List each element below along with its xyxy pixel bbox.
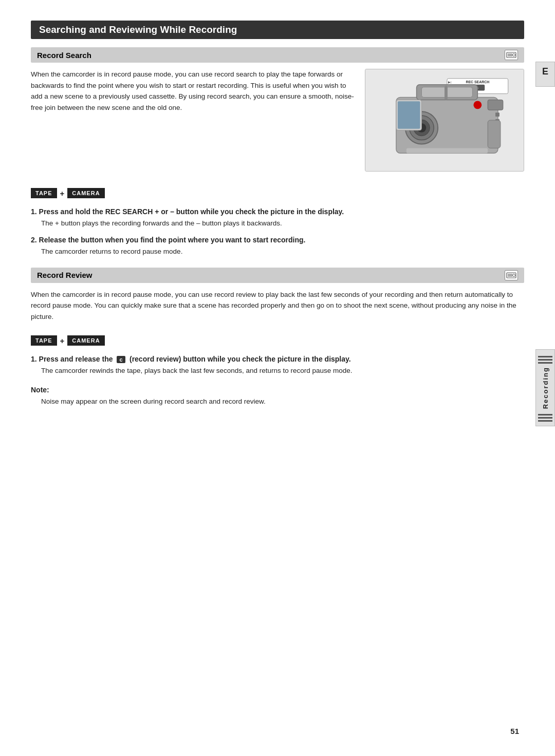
svg-rect-21 bbox=[398, 101, 420, 128]
record-review-header: Record Review bbox=[31, 268, 524, 283]
side-tab-letter: E bbox=[542, 66, 548, 77]
svg-rect-30 bbox=[508, 274, 512, 277]
step-1-review-prefix: Press and release the bbox=[39, 355, 113, 363]
step-1-review-title: 1. Press and release the c (record revie… bbox=[31, 355, 524, 363]
step-1-review-button: c bbox=[117, 356, 125, 363]
svg-rect-27 bbox=[406, 148, 488, 153]
svg-point-2 bbox=[513, 54, 515, 56]
record-search-body: When the camcorder is in record pause mo… bbox=[31, 69, 355, 172]
record-search-icon bbox=[505, 50, 518, 60]
svg-rect-28 bbox=[445, 86, 448, 100]
step-1-text: Press and hold the REC SEARCH + or – but… bbox=[39, 207, 344, 216]
record-review-body: When the camcorder is in record pause mo… bbox=[31, 289, 524, 323]
step-2-search: 2. Release the button when you find the … bbox=[31, 236, 524, 257]
mode-badge-review: TAPE + CAMERA bbox=[31, 335, 105, 346]
note-text: Noise may appear on the screen during re… bbox=[41, 396, 524, 407]
step-1-number: 1. bbox=[31, 207, 37, 216]
record-review-title: Record Review bbox=[37, 271, 92, 279]
step-1-search: 1. Press and hold the REC SEARCH + or – … bbox=[31, 207, 524, 229]
badge-plus-search: + bbox=[60, 189, 65, 198]
step-1-review-number: 1. bbox=[31, 355, 37, 363]
record-search-content: When the camcorder is in record pause mo… bbox=[31, 69, 524, 172]
side-tab-e: E bbox=[535, 62, 555, 87]
page-number: 51 bbox=[510, 727, 519, 735]
recording-tab-lines bbox=[538, 356, 552, 364]
record-search-title: Record Search bbox=[37, 51, 91, 60]
svg-rect-26 bbox=[488, 120, 501, 148]
badge-camera-search: CAMERA bbox=[67, 188, 104, 198]
main-title: Searching and Reviewing While Recording bbox=[31, 21, 524, 39]
camera-image-box: REC SEARCH – + ▶| bbox=[365, 69, 524, 172]
record-search-section: Record Search When the camcorder is in r… bbox=[31, 47, 524, 257]
note-section: Note: Noise may appear on the screen dur… bbox=[31, 386, 524, 407]
recording-tab-text: Recording bbox=[542, 364, 549, 412]
svg-point-31 bbox=[513, 274, 515, 276]
badge-plus-review: + bbox=[60, 336, 65, 345]
badge-tape-review: TAPE bbox=[31, 335, 57, 346]
svg-text:▶|: ▶| bbox=[448, 81, 452, 84]
record-review-section: Record Review When the camcorder is in r… bbox=[31, 268, 524, 407]
step-2-number: 2. bbox=[31, 236, 37, 244]
mode-badge-search: TAPE + CAMERA bbox=[31, 188, 105, 198]
recording-tab: Recording bbox=[535, 349, 555, 426]
svg-rect-1 bbox=[508, 53, 512, 56]
step-1-search-title: 1. Press and hold the REC SEARCH + or – … bbox=[31, 207, 524, 216]
step-2-search-desc: The camcorder returns to record pause mo… bbox=[41, 247, 524, 257]
step-2-text: Release the button when you find the poi… bbox=[39, 236, 306, 244]
svg-point-25 bbox=[473, 101, 482, 109]
svg-text:REC SEARCH: REC SEARCH bbox=[466, 80, 489, 84]
recording-tab-lines-bottom bbox=[538, 414, 552, 422]
badge-tape-search: TAPE bbox=[31, 188, 57, 198]
record-review-icon bbox=[505, 270, 518, 280]
svg-rect-19 bbox=[488, 100, 503, 110]
step-1-review: 1. Press and release the c (record revie… bbox=[31, 355, 524, 376]
step-1-search-desc: The + button plays the recording forward… bbox=[41, 218, 524, 229]
step-2-search-title: 2. Release the button when you find the … bbox=[31, 236, 524, 244]
note-title: Note: bbox=[31, 386, 524, 394]
step-1-review-desc: The camcorder rewinds the tape, plays ba… bbox=[41, 366, 524, 376]
step-1-review-suffix: (record review) button while you check t… bbox=[130, 355, 351, 363]
badge-camera-review: CAMERA bbox=[67, 335, 104, 346]
page-container: E Recording Searching and Reviewing Whil… bbox=[0, 0, 555, 756]
svg-rect-22 bbox=[495, 112, 499, 117]
record-search-header: Record Search bbox=[31, 47, 524, 63]
